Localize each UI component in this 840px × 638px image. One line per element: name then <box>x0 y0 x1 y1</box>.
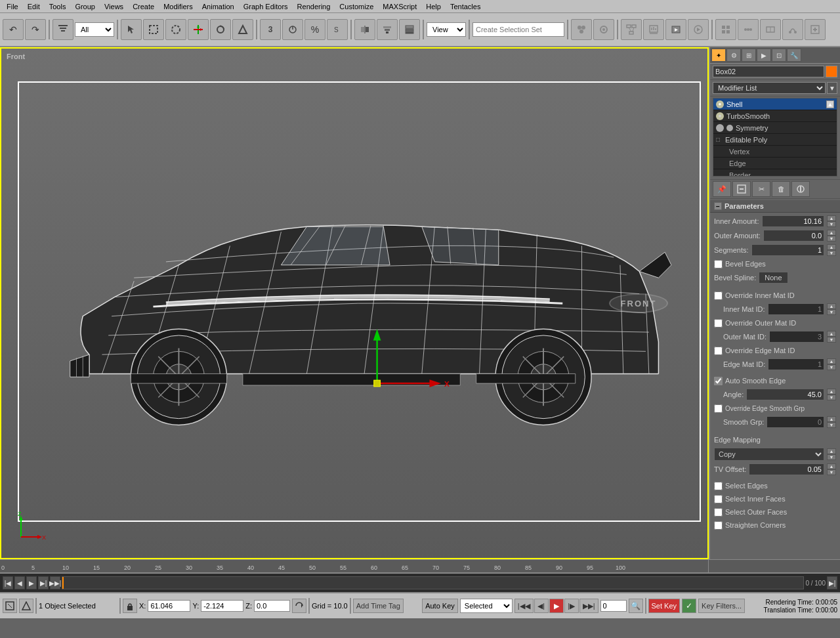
menu-animation[interactable]: Animation <box>198 2 238 11</box>
timeline-prev-key-btn[interactable]: |◀ <box>3 576 13 589</box>
smooth-grp-spin-down[interactable]: ▼ <box>827 422 836 428</box>
spinner-snap-button[interactable]: S <box>327 19 348 40</box>
selection-set-input[interactable] <box>472 22 564 37</box>
percent-snap-button[interactable]: % <box>304 19 326 40</box>
timeline-next-frame-btn[interactable]: ▶| <box>38 576 49 589</box>
redo-button[interactable]: ↷ <box>25 19 46 40</box>
menu-tools[interactable]: Tools <box>45 2 70 11</box>
extra-tool-5[interactable] <box>805 19 826 40</box>
menu-create[interactable]: Create <box>129 2 158 11</box>
search-btn[interactable]: 🔍 <box>629 599 643 613</box>
modifier-list-arrow[interactable]: ▼ <box>827 82 837 94</box>
outer-mat-id-input[interactable] <box>769 331 824 343</box>
timeline-next-key-btn[interactable]: ▶▶| <box>50 576 60 589</box>
show-end-result-btn[interactable] <box>732 181 751 197</box>
segments-input[interactable] <box>751 244 824 256</box>
edge-mapping-spin-up[interactable]: ▲ <box>827 448 836 454</box>
tv-offset-input[interactable] <box>749 463 824 475</box>
modifier-vertex[interactable]: Vertex <box>713 146 837 158</box>
extra-tool-1[interactable] <box>715 19 736 40</box>
angle-input[interactable] <box>746 389 824 400</box>
render-ipr-button[interactable] <box>688 19 709 40</box>
make-unique-btn[interactable]: ✂ <box>752 181 770 197</box>
y-coord-input[interactable] <box>201 600 243 612</box>
select-filter-btn[interactable] <box>52 19 74 40</box>
inner-mat-id-spin-up[interactable]: ▲ <box>827 303 836 309</box>
menu-group[interactable]: Group <box>71 2 99 11</box>
snap-toggle-button[interactable]: 3 <box>260 19 281 40</box>
rotate-tool-button[interactable] <box>210 19 231 40</box>
auto-key-btn[interactable]: Auto Key <box>422 599 458 613</box>
next-key-btn[interactable]: |▶ <box>564 599 579 613</box>
section-collapse-btn[interactable]: − <box>714 202 722 210</box>
mirror-button[interactable] <box>354 19 375 40</box>
angle-spin-down[interactable]: ▼ <box>827 394 836 400</box>
menu-rendering[interactable]: Rendering <box>293 2 335 11</box>
outer-amount-spin-up[interactable]: ▲ <box>827 230 836 236</box>
edge-mapping-spin-down[interactable]: ▼ <box>827 454 836 460</box>
panel-tab-motion[interactable]: ▶ <box>757 49 771 62</box>
panel-tab-hierarchy[interactable]: ⊞ <box>742 49 756 62</box>
inner-amount-spin-down[interactable]: ▼ <box>827 221 836 227</box>
select-inner-faces-checkbox[interactable] <box>714 495 723 503</box>
extra-tool-2[interactable] <box>738 19 759 40</box>
configure-modifier-btn[interactable] <box>791 181 810 197</box>
scale-tool-button[interactable] <box>232 19 253 40</box>
select-outer-faces-checkbox[interactable] <box>714 508 723 517</box>
edge-mat-id-spin-down[interactable]: ▼ <box>827 364 836 370</box>
override-edge-mat-checkbox[interactable] <box>714 347 723 355</box>
override-edge-smooth-checkbox[interactable] <box>714 404 723 413</box>
named-sel-button[interactable] <box>571 19 592 40</box>
key-filters-btn[interactable]: Key Filters... <box>698 599 745 613</box>
viewport[interactable]: Front FRONT <box>0 47 709 559</box>
selected-dropdown[interactable]: Selected <box>460 599 513 613</box>
move-tool-button[interactable] <box>188 19 209 40</box>
select-edges-checkbox[interactable] <box>714 482 723 490</box>
menu-customize[interactable]: Customize <box>335 2 377 11</box>
menu-modifiers[interactable]: Modifiers <box>159 2 197 11</box>
reference-coord-dropdown[interactable]: View <box>427 22 466 37</box>
angle-spin-up[interactable]: ▲ <box>827 389 836 394</box>
extra-tool-3[interactable] <box>760 19 781 40</box>
render-setup-button[interactable] <box>643 19 664 40</box>
object-name-input[interactable] <box>713 66 824 77</box>
timeline-end-btn[interactable]: ▶| <box>827 576 837 589</box>
align-button[interactable] <box>377 19 398 40</box>
panel-tab-create[interactable]: ✦ <box>711 49 726 62</box>
inner-mat-id-spin-down[interactable]: ▼ <box>827 309 836 315</box>
menu-tentacles[interactable]: Tentacles <box>446 2 484 11</box>
panel-tab-modify[interactable]: ⚙ <box>726 49 741 62</box>
key-checkmark-btn[interactable]: ✓ <box>682 599 696 613</box>
pin-stack-btn[interactable]: 📌 <box>713 181 731 197</box>
modifier-border[interactable]: Border <box>713 169 837 177</box>
remove-modifier-btn[interactable]: 🗑 <box>772 181 790 197</box>
status-mini-btn-2[interactable] <box>19 599 33 613</box>
prev-key-btn[interactable]: ◀| <box>534 599 549 613</box>
modifier-stack[interactable]: ● Shell ▲ ● TurboSmooth Symmetry □ Edita… <box>713 98 837 177</box>
select-all-dropdown[interactable]: All <box>75 22 114 37</box>
frame-number-input[interactable] <box>600 600 627 612</box>
jump-end-btn[interactable]: ▶▶| <box>579 599 598 613</box>
smooth-grp-input[interactable] <box>766 416 824 428</box>
coords-extra-btn[interactable] <box>292 599 306 613</box>
render-frame-button[interactable] <box>665 19 686 40</box>
segments-spin-down[interactable]: ▼ <box>827 250 836 256</box>
menu-file[interactable]: File <box>3 2 22 11</box>
parameters-section-header[interactable]: − Parameters <box>710 200 840 213</box>
timeline-track[interactable] <box>62 576 804 589</box>
select-region-button[interactable] <box>143 19 164 40</box>
modifier-turbosmooth[interactable]: ● TurboSmooth <box>713 110 837 122</box>
modifier-editable-poly[interactable]: □ Editable Poly <box>713 134 837 146</box>
play-fwd-btn[interactable]: ▶ <box>549 599 564 613</box>
select-tool-button[interactable] <box>121 19 142 40</box>
set-key-btn[interactable]: Set Key <box>648 599 681 613</box>
outer-amount-input[interactable] <box>763 230 824 242</box>
layer-manager-button[interactable] <box>399 19 420 40</box>
menu-edit[interactable]: Edit <box>24 2 44 11</box>
fence-select-button[interactable] <box>165 19 186 40</box>
x-coord-input[interactable] <box>148 600 190 612</box>
object-color-swatch[interactable] <box>826 66 837 77</box>
override-inner-mat-checkbox[interactable] <box>714 291 723 300</box>
panel-tab-utilities[interactable]: 🔧 <box>787 49 801 62</box>
extra-tool-4[interactable] <box>782 19 803 40</box>
